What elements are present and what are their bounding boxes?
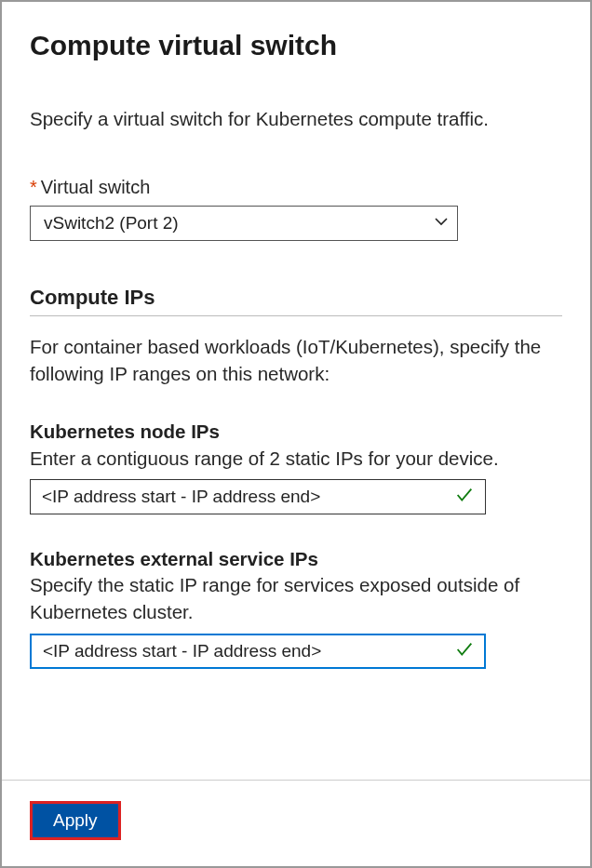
node-ips-label: Kubernetes node IPs (30, 419, 562, 445)
service-ips-description: Specify the static IP range for services… (30, 571, 562, 625)
page-subtitle: Specify a virtual switch for Kubernetes … (30, 106, 562, 132)
service-ips-input[interactable] (30, 634, 486, 669)
virtual-switch-label: *Virtual switch (30, 177, 562, 198)
compute-ips-header: Compute IPs (30, 286, 562, 316)
virtual-switch-selected-value: vSwitch2 (Port 2) (44, 213, 179, 234)
service-ips-label: Kubernetes external service IPs (30, 546, 562, 572)
virtual-switch-select[interactable]: vSwitch2 (Port 2) (30, 206, 458, 241)
page-title: Compute virtual switch (30, 30, 562, 61)
required-star-icon: * (30, 177, 37, 197)
node-ips-description: Enter a contiguous range of 2 static IPs… (30, 445, 562, 472)
node-ips-input[interactable] (30, 479, 486, 514)
apply-button[interactable]: Apply (30, 801, 121, 840)
footer-bar: Apply (2, 780, 590, 866)
virtual-switch-label-text: Virtual switch (41, 177, 150, 197)
compute-ips-description: For container based workloads (IoT/Kuber… (30, 333, 562, 387)
